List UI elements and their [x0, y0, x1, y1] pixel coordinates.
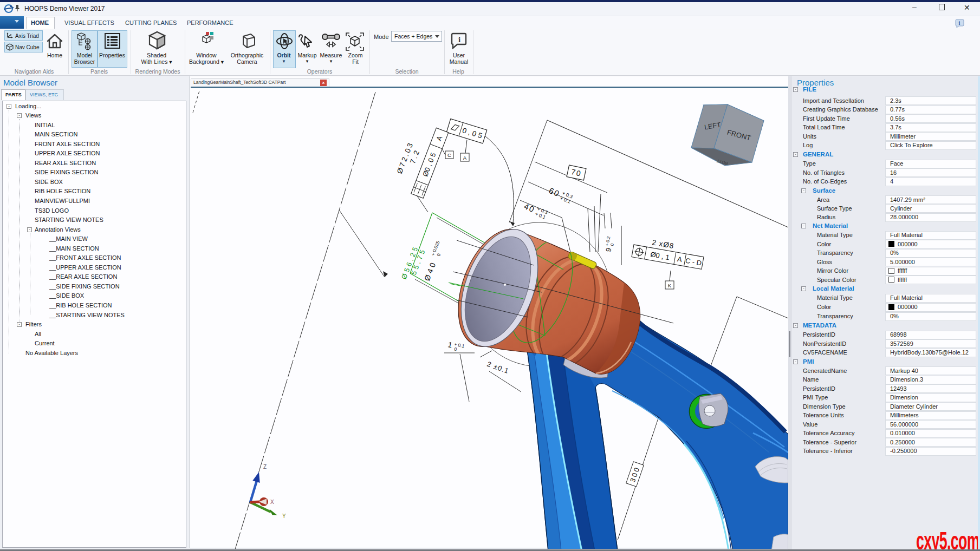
svg-text:K: K	[668, 283, 672, 288]
svg-text:60: 60	[548, 186, 562, 199]
svg-text:i: i	[959, 20, 960, 26]
svg-text:0: 0	[609, 243, 615, 247]
svg-text:1: 1	[447, 340, 453, 349]
svg-text:Y: Y	[282, 513, 286, 519]
svg-text:A: A	[463, 155, 467, 161]
svg-text:i: i	[458, 35, 460, 44]
svg-text:X: X	[270, 499, 274, 505]
svg-text:2 ±0.1: 2 ±0.1	[486, 360, 510, 375]
svg-text:40: 40	[523, 201, 537, 214]
svg-text:0: 0	[453, 346, 457, 352]
svg-text:C: C	[447, 152, 451, 158]
svg-text:0: 0	[436, 253, 442, 257]
svg-text:9: 9	[604, 247, 613, 253]
svg-text:Ø40: Ø40	[423, 259, 438, 282]
svg-text:Z: Z	[263, 464, 267, 470]
